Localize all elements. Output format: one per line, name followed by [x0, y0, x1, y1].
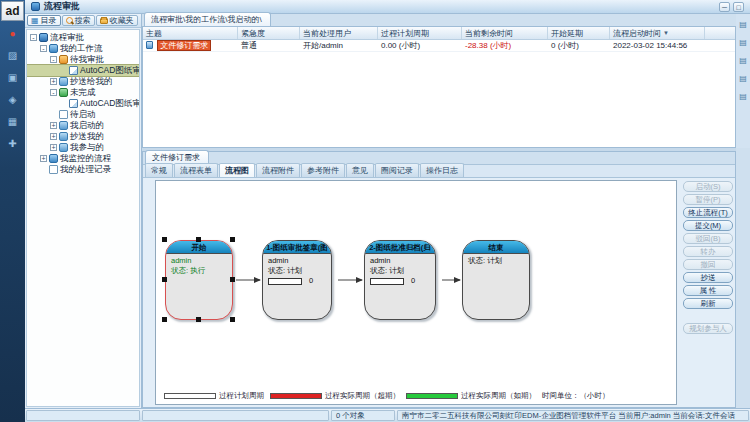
transfer-button: 转办 [683, 246, 733, 257]
favorites-button[interactable]: 收藏夹 [96, 15, 138, 26]
tree-item-monitored-flows[interactable]: + 我监控的流程 [27, 153, 139, 164]
action-button-column: 启动(S) 暂停(P) 终止流程(T) 提交(M) 驳回(B) 转办 撤回 抄送… [683, 180, 733, 405]
node-end-title: 结束 [463, 241, 529, 254]
tree-item-cc-by-me[interactable]: + 抄送我的 [27, 131, 139, 142]
expander-icon[interactable]: + [50, 122, 57, 129]
window-app-icon [31, 2, 40, 11]
tree-item-pending-approval[interactable]: - 待我审批 [27, 54, 139, 65]
tab-opinions[interactable]: 意见 [346, 163, 374, 177]
monitor-icon[interactable]: ▣ [0, 69, 25, 87]
col-plan-period[interactable]: 过程计划周期 [378, 27, 462, 39]
col-remaining-time[interactable]: 当前剩余时间 [462, 27, 548, 39]
tab-general[interactable]: 常规 [145, 163, 173, 177]
cell-urgency: 普通 [238, 40, 300, 51]
tree-item-participated[interactable]: + 我参与的 [27, 142, 139, 153]
tab-reference-attachments[interactable]: 参考附件 [301, 163, 345, 177]
expander-icon[interactable]: - [50, 89, 57, 96]
cc-button[interactable]: 抄送 [683, 272, 733, 283]
chart-icon[interactable]: ▨ [0, 47, 25, 65]
col-handler[interactable]: 当前处理用户 [300, 27, 378, 39]
node-archive[interactable]: 2-图纸批准归档(归 admin 状态: 计划 0 [364, 240, 436, 320]
expander-icon[interactable]: + [40, 155, 47, 162]
cell-start-delay: 0 (小时) [548, 40, 610, 51]
terminate-flow-button[interactable]: 终止流程(T) [683, 207, 733, 218]
selection-handle[interactable] [196, 317, 201, 322]
selection-handle[interactable] [162, 277, 167, 282]
detail-tabs: 常规 流程表单 流程图 流程附件 参考附件 意见 圈阅记录 操作日志 [143, 165, 735, 178]
col-start-time-label: 流程启动时间 [613, 28, 661, 39]
breadcrumb-tab[interactable]: 流程审批\我的工作流\我启动的\ [144, 12, 271, 26]
node-user: admin [171, 256, 227, 266]
tree-item-cc-to-me[interactable]: + 抄送给我的 [27, 76, 139, 87]
document-icon[interactable]: ▤ [736, 18, 750, 32]
table-header-row: 主题 紧急度 当前处理用户 过程计划周期 当前剩余时间 开始延期 流程启动时间 … [143, 27, 735, 40]
selection-handle[interactable] [162, 317, 167, 322]
col-subject[interactable]: 主题 [143, 27, 238, 39]
expander-icon[interactable]: - [40, 45, 47, 52]
document-icon[interactable]: ▤ [736, 90, 750, 104]
selection-handle[interactable] [196, 237, 201, 242]
tree-item-autocad-flow[interactable]: AutoCAD图纸审批归档流程 (1) [27, 98, 139, 109]
tree-item-root[interactable]: - 流程审批 [27, 32, 139, 43]
cell-plan-period: 0.00 (小时) [378, 40, 462, 51]
document-tab[interactable]: 文件修订需求 [145, 150, 209, 164]
grid-icon[interactable]: ▦ [0, 113, 25, 131]
node-approval-sign[interactable]: 1-图纸审批签章(图 admin 状态: 计划 0 [262, 240, 332, 320]
node-archive-title: 2-图纸批准归档(归 [365, 241, 435, 254]
plan-participants-button: 规划参与人 [683, 323, 733, 334]
table-row[interactable]: 文件修订需求 普通 开始/admin 0.00 (小时) -28.38 (小时)… [143, 40, 735, 52]
col-start-delay[interactable]: 开始延期 [548, 27, 610, 39]
node-start[interactable]: 开始 admin 状态: 执行 [165, 240, 233, 320]
flow-icon[interactable]: ◈ [0, 91, 25, 109]
tab-flow-attachments[interactable]: 流程附件 [256, 163, 300, 177]
pause-button: 暂停(P) [683, 194, 733, 205]
expander-icon[interactable]: - [30, 34, 37, 41]
submit-button[interactable]: 提交(M) [683, 220, 733, 231]
selection-handle[interactable] [230, 237, 235, 242]
tab-flow-diagram[interactable]: 流程图 [219, 163, 255, 177]
task-table: 主题 紧急度 当前处理用户 过程计划周期 当前剩余时间 开始延期 流程启动时间 … [142, 27, 736, 148]
expander-icon[interactable]: + [50, 144, 57, 151]
main-content: 流程审批\我的工作流\我启动的\ 主题 紧急度 当前处理用户 过程计划周期 当前… [142, 14, 736, 408]
search-button[interactable]: 搜索 [62, 15, 95, 26]
selection-handle[interactable] [230, 277, 235, 282]
tab-review-records[interactable]: 圈阅记录 [375, 163, 419, 177]
selection-handle[interactable] [230, 317, 235, 322]
tree-item-process-records[interactable]: 我的处理记录 [27, 164, 139, 175]
tab-flow-form[interactable]: 流程表单 [174, 163, 218, 177]
to-start-icon [59, 110, 68, 119]
node-status: 状态: 计划 [468, 256, 524, 266]
tree-item-to-start[interactable]: 待启动 [27, 109, 139, 120]
properties-button[interactable]: 属 性 [683, 285, 733, 296]
expander-icon[interactable]: + [50, 133, 57, 140]
notification-icon[interactable]: ● [0, 25, 25, 43]
col-urgency[interactable]: 紧急度 [238, 27, 300, 39]
tree-item-started-by-me[interactable]: + 我启动的 [27, 120, 139, 131]
tree-item-unfinished[interactable]: - 未完成 [27, 87, 139, 98]
col-start-time[interactable]: 流程启动时间 ▼ [610, 27, 705, 39]
cell-subject[interactable]: 文件修订需求 [143, 40, 238, 51]
minimize-icon[interactable]: ─ [719, 2, 730, 12]
tree-item-my-workflow[interactable]: - 我的工作流 [27, 43, 139, 54]
expander-icon[interactable]: - [50, 56, 57, 63]
maximize-icon[interactable]: □ [733, 2, 744, 12]
flow-diagram-canvas[interactable]: 开始 admin 状态: 执行 [155, 180, 677, 405]
catalog-button[interactable]: ▦ 目录 [27, 15, 61, 26]
document-icon[interactable]: ▤ [736, 72, 750, 86]
started-icon [59, 121, 68, 130]
refresh-button[interactable]: 刷新 [683, 298, 733, 309]
expander-icon[interactable]: + [50, 78, 57, 85]
document-icon[interactable]: ▤ [736, 36, 750, 50]
node-end[interactable]: 结束 状态: 计划 [462, 240, 530, 320]
tree-item-autocad-flow-selected[interactable]: AutoCAD图纸审批归档流程 (1) [27, 65, 139, 76]
records-icon [49, 165, 58, 174]
subject-text: 文件修订需求 [157, 40, 211, 51]
legend-plan-label: 过程计划周期 [219, 391, 264, 400]
tab-operation-log[interactable]: 操作日志 [420, 163, 464, 177]
selection-handle[interactable] [162, 237, 167, 242]
navigation-panel: ▦ 目录 搜索 收藏夹 - 流程审批 - 我的工作流 [25, 14, 142, 408]
favorites-label: 收藏夹 [110, 15, 134, 26]
document-icon[interactable]: ▤ [736, 54, 750, 68]
settings-icon[interactable]: ✚ [0, 135, 25, 153]
cc-by-me-icon [59, 132, 68, 141]
